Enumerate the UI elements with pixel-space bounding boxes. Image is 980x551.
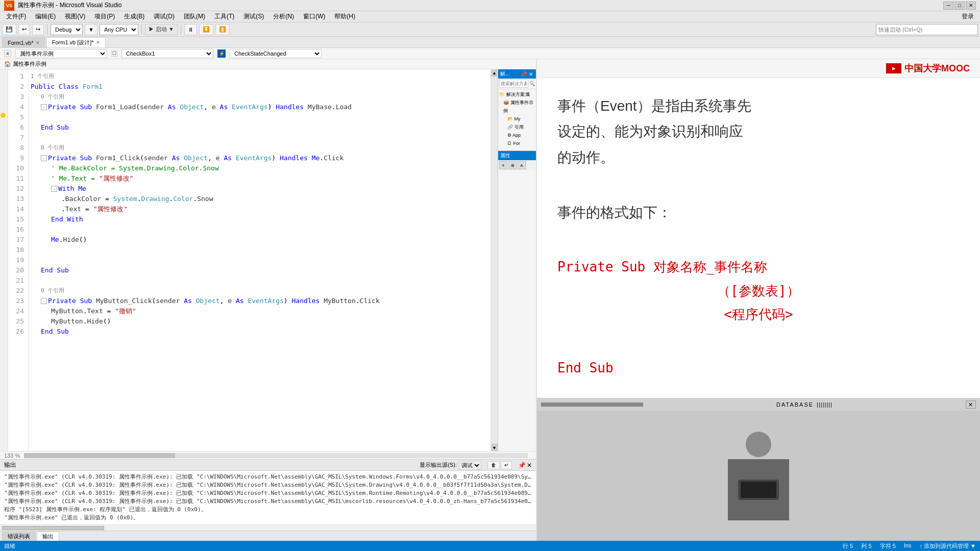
code-line-5	[31, 112, 491, 122]
status-add-source[interactable]: ↑ 添加到源代码管理 ▼	[920, 542, 976, 550]
login-button[interactable]: 登录	[958, 11, 978, 22]
breakpoint-indicator	[1, 113, 6, 118]
code-line-3: 0 个引用	[31, 92, 491, 102]
lecture-para-2: 事件的格式如下：	[557, 200, 960, 226]
toolbar-step-over[interactable]: ⏸	[184, 24, 197, 35]
prop-list-btn[interactable]: ≡	[499, 161, 507, 169]
menu-build[interactable]: 生成(B)	[120, 11, 149, 22]
tab-close-2[interactable]: ✕	[96, 40, 100, 45]
sol-item-root[interactable]: 📁 解决方案'属	[499, 90, 535, 98]
code-editor[interactable]: 1 个引用 Public Class Form1 0 个引用 - Private…	[29, 69, 491, 451]
app-icon: VS	[4, 1, 14, 11]
toolbar-save[interactable]: 💾	[2, 24, 16, 35]
checkbox-icon: ☐	[111, 51, 117, 57]
menu-debug[interactable]: 调试(D)	[150, 11, 179, 22]
quick-launch-input[interactable]	[876, 24, 978, 35]
menu-test[interactable]: 测试(S)	[239, 11, 268, 22]
search-icon: 🔍	[529, 81, 535, 86]
code-format-line3: <程序代码>	[557, 303, 960, 327]
status-char: 字符 5	[880, 542, 896, 550]
database-bars: ||||||||	[817, 402, 832, 408]
toolbar-platform-dropdown[interactable]: ▼	[85, 24, 97, 35]
output-scrollbar[interactable]	[0, 524, 536, 531]
menu-project[interactable]: 项目(P)	[90, 11, 119, 22]
video-progress-bar[interactable]	[541, 403, 643, 407]
video-close-btn[interactable]: ✕	[966, 400, 976, 409]
tab-form1-design[interactable]: Form1.vb [设计]* ✕	[46, 37, 106, 47]
sol-item-my[interactable]: 📂 My	[499, 115, 535, 123]
sol-pin-btn[interactable]: 📌	[521, 71, 527, 77]
toolbar-forward[interactable]: ↪	[32, 24, 44, 35]
toolbar-sep3	[181, 24, 181, 35]
toolbar-sep1	[47, 24, 47, 35]
output-source-combo[interactable]: 调试	[459, 461, 481, 470]
vertical-scrollbar[interactable]: ▲ ▼	[491, 69, 498, 451]
code-line-14: .Text = "属性修改"	[31, 204, 491, 214]
properties-header: 属性	[498, 151, 536, 160]
collapse-btn-4[interactable]: -	[41, 298, 47, 304]
code-line-2: Public Class Form1	[31, 82, 491, 92]
menu-view[interactable]: 视图(V)	[61, 11, 89, 22]
status-col: 列 5	[861, 542, 871, 550]
line-numbers: 12345 678910 1112131415 1617181920 21222…	[8, 69, 29, 451]
scroll-down-btn[interactable]: ▼	[491, 444, 498, 451]
code-line-8: 0 个引用	[31, 143, 491, 153]
output-close-btn[interactable]: ✕	[527, 462, 532, 469]
code-line-20: End Sub	[31, 265, 491, 276]
toolbar-step-into[interactable]: ⏬	[199, 24, 213, 35]
menu-analyze[interactable]: 分析(N)	[269, 11, 298, 22]
class-combo[interactable]: 属性事件示例	[15, 49, 107, 58]
sol-item-form[interactable]: 🗋 For	[499, 139, 535, 147]
lecture-para-1: 事件（Event）是指由系统事先 设定的、能为对象识别和响应 的动作。	[557, 93, 960, 170]
horizontal-scrollbar[interactable]	[24, 453, 528, 458]
code-line-26: End Sub	[31, 327, 491, 337]
collapse-btn-1[interactable]: -	[41, 104, 47, 110]
tab-close-1[interactable]: ✕	[36, 40, 40, 45]
menu-window[interactable]: 窗口(W)	[299, 11, 329, 22]
sol-item-project[interactable]: 📦 属性事件示例	[499, 98, 535, 115]
toolbar: 💾 ↩ ↪ Debug ▼ Any CPU ▶ 启动 ▼ ⏸ ⏬ ⏫	[0, 22, 980, 37]
menu-edit[interactable]: 编辑(E)	[31, 11, 60, 22]
prop-alpha-btn[interactable]: A	[518, 161, 526, 169]
output-line-2: "属性事件示例.exe" (CLR v4.0.30319: 属性事件示例.exe…	[4, 481, 532, 489]
menu-team[interactable]: 团队(M)	[180, 11, 209, 22]
tab-form1-vb[interactable]: Form1.vb* ✕	[2, 37, 45, 47]
prop-toolbar: ≡ ⊞ A	[498, 160, 536, 170]
code-line-17: Me.Hide()	[31, 235, 491, 245]
event-icon: ⚡	[217, 49, 226, 58]
close-button[interactable]: ✕	[966, 2, 976, 10]
tab-error-list[interactable]: 错误列表	[2, 532, 36, 541]
restore-button[interactable]: □	[954, 2, 965, 10]
collapse-btn-3[interactable]: -	[51, 186, 57, 192]
tab-output[interactable]: 输出	[37, 532, 59, 541]
object-combo[interactable]: CheckBox1	[121, 49, 213, 58]
solution-explorer-panel: 解... 📌 ✕ 🔍 📁 解决方案'属 📦 属性事件示	[498, 69, 536, 451]
solution-search[interactable]	[499, 80, 528, 88]
sol-item-references[interactable]: 🔗 引用	[499, 123, 535, 131]
menu-bar: 文件(F) 编辑(E) 视图(V) 项目(P) 生成(B) 调试(D) 团队(M…	[0, 11, 980, 22]
sol-close-btn[interactable]: ✕	[528, 71, 534, 77]
output-clear-btn[interactable]: 🗑	[487, 461, 500, 469]
event-combo[interactable]: CheckStateChanged	[230, 49, 322, 58]
scroll-up-btn[interactable]: ▲	[491, 69, 498, 77]
editor-status-bar: 133 %	[0, 451, 536, 459]
menu-file[interactable]: 文件(F)	[2, 11, 30, 22]
nav-icon: ≡	[4, 50, 11, 57]
start-button[interactable]: ▶ 启动 ▼	[145, 24, 178, 35]
prop-cat-btn[interactable]: ⊞	[508, 161, 517, 169]
presenter-head	[746, 432, 771, 457]
platform-combo[interactable]: Any CPU	[100, 24, 138, 35]
collapse-btn-2[interactable]: -	[41, 155, 47, 161]
output-pin-btn[interactable]: 📌	[518, 462, 526, 469]
code-format-line4: End Sub	[557, 356, 960, 380]
breadcrumb-text: 🏠 属性事件示例	[4, 60, 46, 68]
menu-help[interactable]: 帮助(H)	[330, 11, 359, 22]
sol-item-app[interactable]: ⚙ App	[499, 131, 535, 139]
menu-tools[interactable]: 工具(T)	[210, 11, 238, 22]
minimize-button[interactable]: ─	[943, 2, 953, 10]
code-line-21	[31, 276, 491, 286]
output-word-wrap-btn[interactable]: ↵	[501, 461, 512, 469]
toolbar-back[interactable]: ↩	[18, 24, 30, 35]
debug-config-combo[interactable]: Debug	[51, 24, 83, 35]
toolbar-step-out[interactable]: ⏫	[215, 24, 230, 35]
